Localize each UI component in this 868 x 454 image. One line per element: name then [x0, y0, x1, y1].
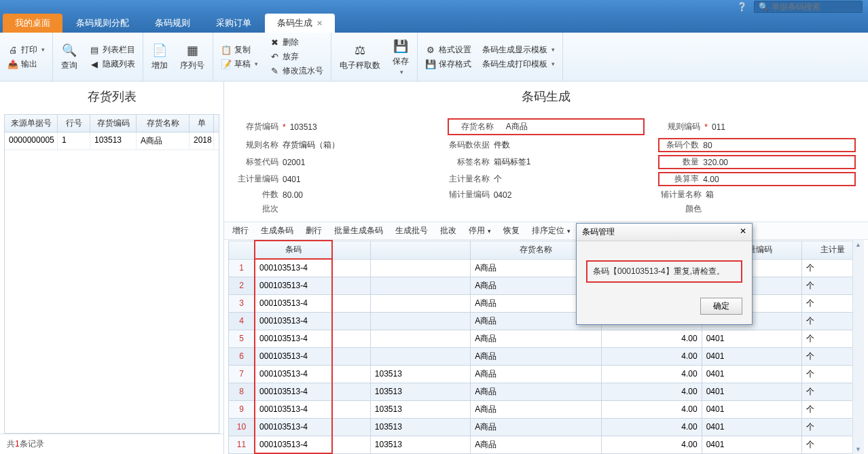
col-row[interactable]: 行号 [58, 115, 90, 132]
row-index: 5 [229, 330, 255, 347]
save-button[interactable]: 💾保存▾ [390, 37, 412, 77]
help-icon[interactable]: ❔ [737, 2, 747, 12]
format-setting-button[interactable]: ⚙格式设置 [423, 43, 473, 56]
tab-rule-assign[interactable]: 条码规则分配 [64, 14, 141, 33]
gen-lot-button[interactable]: 生成批号 [395, 225, 428, 237]
table-row[interactable]: 6000103513-4A商品4.000401个 [229, 347, 864, 365]
barcode-cell: 000103513-4 [255, 312, 331, 330]
inv-name-value: A商品 [506, 121, 528, 133]
bar-basis-value: 件数 [494, 139, 510, 151]
pcs-label: 件数 [236, 189, 278, 200]
inv-code-value[interactable]: 103513 [290, 122, 317, 132]
del-row-button[interactable]: 删行 [306, 225, 322, 237]
barcode-cell: 000103513-4 [255, 400, 331, 418]
enable-button[interactable]: 恢复 [503, 225, 520, 237]
barcode-cell: 000103513-4 [255, 294, 331, 312]
table-row[interactable]: 10000103513-4103513A商品4.000401个 [229, 418, 864, 436]
gen-barcode-button[interactable]: 生成条码 [261, 225, 293, 237]
table-row[interactable]: 7000103513-4103513A商品4.000401个 [229, 365, 864, 383]
tag-name-label: 标签名称 [448, 156, 490, 168]
scale-button[interactable]: ⚖电子秤取数 [337, 41, 383, 73]
row-index: 4 [229, 312, 255, 330]
uom-code-cell: 0401 [702, 400, 802, 418]
add-button[interactable]: 📄增加 [149, 41, 170, 73]
aux-uom-name-label: 辅计量名称 [658, 189, 702, 200]
col-invname[interactable]: 存货名称 [137, 115, 189, 132]
list-icon: ▤ [89, 44, 100, 55]
right-title: 条码生成 [224, 82, 868, 114]
col-barcode[interactable]: 条码 [255, 241, 331, 259]
name-cell: A商品 [471, 347, 602, 365]
delete-button[interactable]: ✖删除 [267, 36, 325, 49]
draft-button[interactable]: 📝草稿▾ [219, 58, 260, 71]
column-list-button[interactable]: ▤列表栏目 [87, 43, 137, 56]
approve-button[interactable]: 批改 [440, 225, 456, 237]
code-cell [370, 277, 471, 294]
modify-serial-button[interactable]: ✎修改流水号 [267, 65, 325, 77]
tab-barcode-gen[interactable]: 条码生成 ✕ [265, 14, 335, 33]
row-index: 8 [229, 383, 255, 400]
col-unit[interactable]: 单 [189, 115, 214, 132]
qty-label: 数量 [662, 156, 699, 168]
rule-name-label: 规则名称 [236, 139, 278, 151]
rule-code-value[interactable]: 011 [712, 122, 725, 132]
print-button[interactable]: 🖨打印▾ [5, 43, 47, 56]
search-icon: 🔍 [759, 2, 769, 12]
convert-value[interactable]: 4.00 [703, 175, 719, 184]
ok-button[interactable]: 确定 [700, 298, 742, 315]
name-cell: A商品 [471, 330, 602, 347]
batch-gen-button[interactable]: 批量生成条码 [334, 225, 383, 237]
code-cell [370, 294, 471, 312]
copy-button[interactable]: 📋复制 [219, 43, 260, 56]
code-cell: 103513 [370, 400, 471, 418]
left-footer: 共1条记录 [0, 434, 223, 454]
col-invcode[interactable]: 存货编码 [90, 115, 137, 132]
pcs-value[interactable]: 80.00 [283, 190, 303, 200]
table-row[interactable]: 8000103513-4103513A商品4.000401个 [229, 383, 864, 400]
disable-button[interactable]: 停用▾ [469, 225, 491, 237]
table-row[interactable]: 4000103513-4A商品4.000401个 [229, 312, 864, 330]
inventory-row[interactable]: 0000000005 1 103513 A商品 2018 [5, 133, 219, 150]
hide-column-button[interactable]: ◀隐藏列表 [87, 58, 137, 71]
serial-button[interactable]: ▦序列号 [177, 41, 207, 73]
discard-button[interactable]: ↶放弃 [267, 50, 325, 63]
col-source[interactable]: 来源单据号 [5, 115, 58, 132]
table-row[interactable]: 5000103513-4A商品4.000401个 [229, 330, 864, 347]
sort-button[interactable]: 排序定位▾ [532, 225, 571, 237]
edit-icon: ✎ [269, 66, 280, 77]
uom-code-cell: 0401 [702, 330, 802, 347]
table-row[interactable]: 9000103513-4103513A商品4.000401个 [229, 400, 864, 418]
tag-code-value[interactable]: 02001 [283, 158, 305, 167]
uom-code-cell: 0401 [702, 365, 802, 383]
table-row[interactable]: 1000103513-4A商品4.000401个 [229, 259, 864, 277]
save-format-button[interactable]: 💾保存格式 [423, 58, 473, 71]
col-code2[interactable] [370, 241, 471, 259]
tab-purchase-order[interactable]: 采购订单 [204, 14, 264, 33]
name-cell: A商品 [471, 365, 602, 383]
col-blank[interactable] [332, 241, 371, 259]
query-button[interactable]: 🔍查询 [58, 41, 80, 73]
col-index[interactable] [229, 241, 255, 259]
qty-value[interactable]: 320.00 [703, 158, 728, 167]
close-icon[interactable]: ✕ [740, 226, 746, 238]
left-panel: 存货列表 来源单据号 行号 存货编码 存货名称 单 0000000005 1 1… [0, 82, 224, 454]
bar-cnt-value[interactable]: 80 [703, 141, 712, 150]
code-cell [370, 347, 471, 365]
tab-barcode-rule[interactable]: 条码规则 [143, 14, 202, 33]
tab-desktop[interactable]: 我的桌面 [3, 14, 62, 33]
barcode-cell: 000103513-4 [255, 347, 331, 365]
close-icon[interactable]: ✕ [317, 19, 323, 28]
qty-cell: 4.00 [602, 383, 702, 400]
search-box[interactable]: 🔍 [754, 1, 863, 13]
table-row[interactable]: 2000103513-4A商品4.000401个 [229, 277, 864, 294]
table-row[interactable]: 3000103513-4A商品4.000401个 [229, 294, 864, 312]
scrollbar[interactable] [852, 240, 864, 454]
print-template-button[interactable]: 条码生成打印模板▾ [480, 58, 557, 71]
convert-label: 换算率 [662, 173, 699, 185]
search-input[interactable] [772, 2, 853, 12]
display-template-button[interactable]: 条码生成显示模板▾ [480, 43, 557, 56]
add-row-button[interactable]: 增行 [232, 225, 249, 237]
table-row[interactable]: 11000103513-4103513A商品4.000401个 [229, 436, 864, 453]
output-button[interactable]: 📤输出 [5, 58, 47, 71]
search-icon: 🔍 [61, 42, 77, 58]
